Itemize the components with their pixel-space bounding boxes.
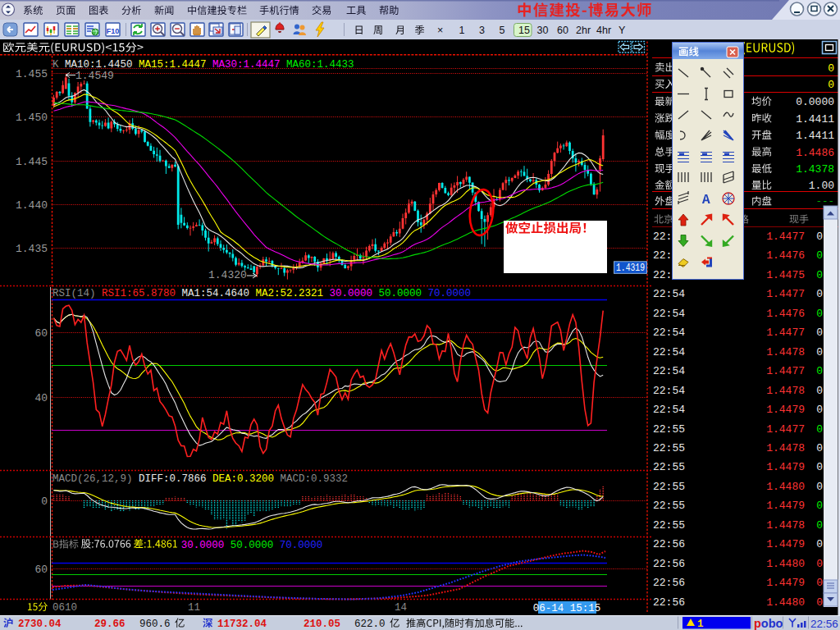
svg-text:22:54: 22:54 [653, 326, 685, 339]
svg-text:22:56: 22:56 [653, 558, 685, 570]
svg-text:1.4477: 1.4477 [766, 288, 805, 300]
svg-text:0: 0 [816, 326, 823, 339]
svg-text:0: 0 [816, 519, 823, 532]
svg-text:1.4477: 1.4477 [766, 326, 805, 339]
svg-text:F10: F10 [107, 27, 120, 35]
svg-text:0: 0 [816, 481, 823, 493]
svg-text:22:55: 22:55 [653, 500, 685, 512]
svg-text:22:56: 22:56 [653, 577, 685, 589]
svg-text:Y: Y [619, 25, 626, 36]
svg-text:1.4478: 1.4478 [766, 346, 805, 358]
svg-text:0: 0 [816, 538, 823, 550]
svg-text:22:56: 22:56 [653, 596, 685, 609]
svg-text:0: 0 [816, 500, 823, 512]
svg-text:0: 0 [816, 423, 823, 436]
svg-text:1.440: 1.440 [16, 199, 48, 212]
svg-text:22:56: 22:56 [653, 538, 685, 550]
svg-text:×: × [437, 25, 443, 36]
svg-text:1.00: 1.00 [809, 180, 834, 192]
svg-text:0: 0 [816, 288, 823, 300]
svg-text:0: 0 [816, 269, 823, 281]
svg-text:0: 0 [816, 442, 823, 454]
svg-text:1.455: 1.455 [16, 68, 48, 80]
svg-text:1.4478: 1.4478 [766, 385, 805, 397]
svg-text:1.4476: 1.4476 [766, 249, 805, 262]
svg-text:1.435: 1.435 [16, 243, 48, 255]
svg-text:1.4319: 1.4319 [616, 262, 645, 274]
svg-text:1.4378: 1.4378 [796, 163, 834, 176]
svg-text:60: 60 [557, 25, 568, 36]
svg-text:22:55: 22:55 [653, 461, 685, 473]
svg-text:22:54: 22:54 [653, 288, 685, 300]
svg-text:22:55: 22:55 [653, 481, 685, 493]
svg-text:14: 14 [395, 602, 407, 614]
svg-text:30.0000 50.0000 70.0000: 30.0000 50.0000 70.0000 [181, 540, 323, 551]
svg-text:22:54: 22:54 [653, 404, 685, 416]
svg-text:1.4486: 1.4486 [796, 147, 834, 159]
svg-text:1.4549: 1.4549 [75, 70, 114, 82]
svg-text:3: 3 [479, 25, 485, 36]
svg-text:2730.04: 2730.04 [18, 619, 62, 630]
svg-text:1.445: 1.445 [16, 156, 48, 168]
svg-text:30: 30 [537, 25, 549, 36]
svg-text:11732.04: 11732.04 [217, 619, 267, 630]
svg-text:210.05: 210.05 [304, 619, 340, 630]
svg-text:11: 11 [188, 602, 200, 614]
svg-text:1.4479: 1.4479 [766, 404, 805, 416]
svg-text:1.450: 1.450 [16, 112, 48, 124]
svg-text:22:54: 22:54 [653, 365, 685, 377]
svg-text:960.6: 960.6 [139, 619, 171, 630]
svg-text:0: 0 [828, 62, 834, 75]
svg-text:1.4476: 1.4476 [766, 308, 805, 320]
svg-text:622.0: 622.0 [354, 619, 386, 630]
svg-text:5: 5 [500, 25, 505, 36]
svg-text:1.4478: 1.4478 [766, 442, 805, 454]
svg-text:0: 0 [816, 385, 823, 397]
svg-text:0: 0 [816, 249, 823, 262]
svg-text:40: 40 [34, 392, 48, 404]
svg-text:22:56: 22:56 [810, 618, 838, 630]
svg-text:0: 0 [816, 231, 823, 243]
svg-text:1.4479: 1.4479 [766, 500, 805, 512]
svg-text:15: 15 [518, 25, 530, 36]
svg-text:1.4477: 1.4477 [766, 365, 805, 377]
svg-text:22:55: 22:55 [653, 442, 685, 454]
svg-text:1.4320: 1.4320 [208, 269, 247, 281]
svg-text:1.4477: 1.4477 [766, 423, 805, 436]
svg-text:K MA10:1.4450 MA15:1.4447 MA30: K MA10:1.4450 MA15:1.4447 MA30:1.4447 MA… [52, 59, 354, 71]
svg-text:22:54: 22:54 [653, 346, 685, 358]
svg-text:1.4480: 1.4480 [766, 596, 805, 609]
svg-text:0: 0 [828, 79, 834, 91]
svg-text:1.4479: 1.4479 [766, 461, 805, 473]
svg-text:0: 0 [816, 308, 823, 320]
svg-text:0.0000: 0.0000 [796, 96, 834, 108]
svg-text:MACD(26,12,9) DIFF:0.7866 DEA:: MACD(26,12,9) DIFF:0.7866 DEA:0.3200 MAC… [52, 473, 348, 485]
svg-text:1.4480: 1.4480 [766, 481, 805, 493]
svg-text:0: 0 [816, 558, 823, 570]
svg-text:29.66: 29.66 [94, 619, 126, 630]
svg-text:0: 0 [816, 404, 823, 416]
svg-text:0: 0 [816, 461, 823, 473]
svg-text:06-14 15:15: 06-14 15:15 [533, 603, 601, 614]
svg-text:1.4475: 1.4475 [766, 269, 805, 281]
svg-text:4hr: 4hr [596, 25, 611, 36]
svg-text:60: 60 [34, 327, 48, 340]
svg-text:1: 1 [459, 25, 465, 36]
svg-text:0: 0 [816, 346, 823, 358]
svg-text:pobo: pobo [754, 617, 783, 630]
svg-text:1.4477: 1.4477 [766, 231, 805, 243]
svg-text:1: 1 [697, 619, 704, 630]
svg-text:22:55: 22:55 [653, 519, 685, 532]
svg-text:1.4479: 1.4479 [766, 538, 805, 550]
svg-text:0: 0 [41, 495, 48, 508]
svg-text:22:54: 22:54 [653, 385, 685, 397]
svg-text:RSI(14) RSI1:65.8780 MA1:54.46: RSI(14) RSI1:65.8780 MA1:54.4640 MA2:52.… [52, 288, 471, 299]
svg-text:0: 0 [816, 365, 823, 377]
svg-text:22:54: 22:54 [653, 308, 685, 320]
svg-text:0610: 0610 [52, 602, 77, 614]
svg-text:0: 0 [816, 577, 823, 589]
svg-text:0: 0 [816, 596, 823, 609]
svg-text:60: 60 [34, 564, 48, 576]
svg-text:1.4411: 1.4411 [796, 113, 834, 126]
svg-text:1.4479: 1.4479 [766, 577, 805, 589]
